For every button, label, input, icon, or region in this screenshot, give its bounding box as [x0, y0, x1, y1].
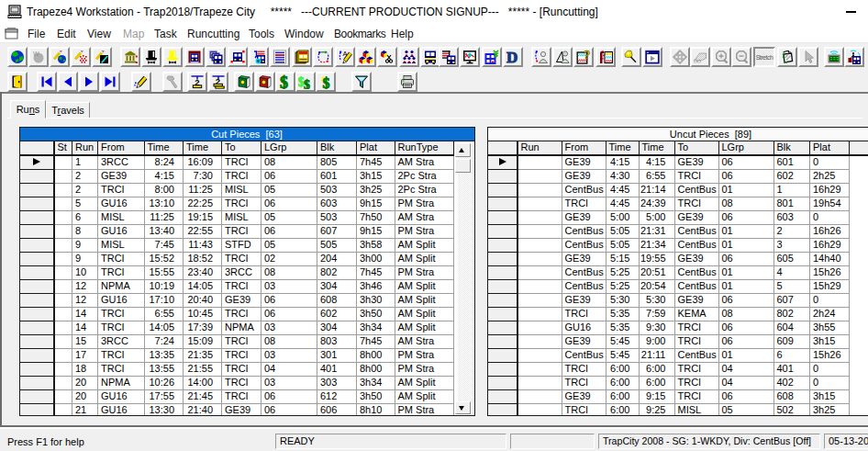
svg-text:?: ?: [584, 50, 591, 62]
svg-text:$: $: [323, 75, 330, 89]
svg-text:$: $: [280, 74, 288, 89]
svg-text:D: D: [506, 50, 517, 64]
svg-text:W: W: [33, 51, 39, 57]
svg-text:$: $: [304, 78, 310, 90]
